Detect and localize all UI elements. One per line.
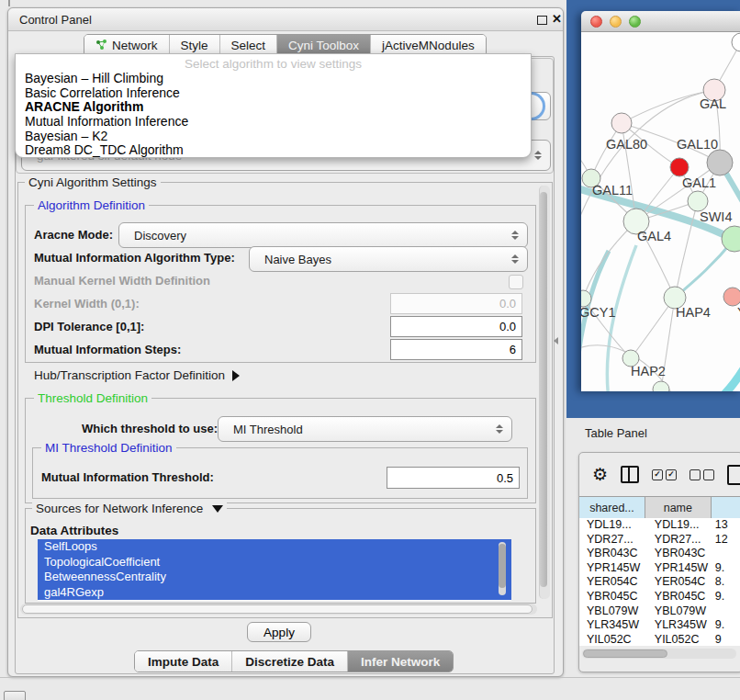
table-cell: YBR043C (645, 547, 712, 561)
aracne-mode-combobox[interactable]: Discovery (118, 222, 528, 248)
mi-steps-label: Mutual Information Steps: (34, 343, 181, 356)
settings-hscrollbar-thumb[interactable] (22, 604, 533, 614)
table-cell: YER054C (645, 575, 712, 590)
network-node[interactable] (723, 288, 740, 306)
table-toolbar: ⚙ ✓✓ (579, 453, 740, 496)
attribute-item-selfloops[interactable]: SelfLoops (38, 539, 511, 555)
table-cell: YBR045C (645, 590, 712, 604)
algorithm-dropdown-popup: Select algorithm to view settings Bayesi… (15, 53, 532, 158)
table-row[interactable]: YDL19...YDL19...13 (579, 518, 740, 533)
table-row[interactable]: YPR145WYPR145W9. (579, 561, 740, 576)
minimize-traffic-light-icon[interactable] (610, 16, 622, 28)
network-canvas[interactable]: GALGAL80GAL10GAL1GAL11SWI4GAL4GCY1HAP4YH… (581, 32, 740, 391)
tab-label: jActiveMNodules (382, 39, 475, 52)
mi-threshold-input[interactable] (387, 467, 520, 489)
network-edge (583, 221, 636, 299)
algorithm-option-mutual-information-inference[interactable]: Mutual Information Inference (16, 115, 531, 130)
table-row[interactable]: YIL052CYIL052C9 (579, 633, 740, 646)
close-icon[interactable]: ✕ (552, 12, 562, 26)
column-header-shared[interactable]: shared... (579, 497, 645, 518)
column-header-name[interactable]: name (645, 497, 712, 518)
network-icon (95, 39, 107, 53)
mi-steps-input[interactable] (390, 339, 522, 360)
columns-icon[interactable] (621, 466, 639, 483)
network-node[interactable] (732, 33, 740, 51)
mi-type-combobox[interactable]: Naive Bayes (249, 246, 528, 272)
control-panel-titlebar: Control Panel ✕ (8, 8, 563, 31)
table-cell: YDL19... (579, 518, 645, 533)
node-label-gcy1: GCY1 (581, 305, 616, 320)
algorithm-option-dream8-dc-tdc-algorithm[interactable]: Dream8 DC_TDC Algorithm (16, 143, 531, 158)
table-cell: YPR145W (645, 561, 712, 576)
attribute-item-topologicalcoefficient[interactable]: TopologicalCoefficient (38, 555, 511, 570)
node-label-gal1: GAL1 (682, 175, 716, 190)
bottom-tab-impute-data[interactable]: Impute Data (135, 651, 231, 672)
network-node[interactable] (611, 113, 632, 133)
network-node[interactable] (688, 191, 708, 211)
data-attributes-list[interactable]: SelfLoopsTopologicalCoefficientBetweenne… (38, 539, 511, 601)
minimized-panel-button[interactable] (4, 691, 26, 700)
list-scrollbar-thumb[interactable] (499, 544, 506, 588)
attribute-item-gal4rgexp[interactable]: gal4RGexp (38, 585, 511, 601)
collapse-down-icon (212, 505, 223, 513)
which-threshold-label: Which threshold to use: (82, 422, 218, 435)
mi-type-label: Mutual Information Algorithm Type: (34, 251, 235, 265)
dpi-tolerance-label: DPI Tolerance [0,1]: (34, 320, 144, 333)
sources-toggle[interactable]: Sources for Network Inference (32, 502, 227, 515)
hub-definition-toggle[interactable]: Hub/Transcription Factor Definition (34, 368, 240, 382)
table-cell: YBL079W (579, 604, 645, 619)
tab-label: Cyni Toolbox (288, 39, 359, 52)
network-node[interactable] (653, 381, 669, 391)
which-threshold-value: MI Threshold (219, 423, 303, 436)
table-cell: YLR345W (645, 618, 712, 633)
network-node[interactable] (722, 226, 740, 252)
table-row[interactable]: YER054CYER054C8. (579, 575, 740, 590)
network-node[interactable] (707, 150, 733, 175)
column-header-2[interactable] (712, 497, 740, 518)
network-node[interactable] (670, 158, 689, 176)
combo-arrows-icon (511, 254, 519, 264)
table-row[interactable]: YBR045CYBR045C9. (579, 590, 740, 604)
popup-placeholder: Select algorithm to view settings (16, 57, 531, 72)
table-cell: YBR043C (579, 547, 645, 561)
table-hscrollbar-thumb[interactable] (583, 649, 667, 658)
manual-kernel-checkbox[interactable] (509, 275, 523, 289)
splitter-handle[interactable] (554, 337, 558, 344)
bottom-tab-discretize-data[interactable]: Discretize Data (231, 651, 347, 672)
tab-label: Style (181, 39, 208, 52)
select-all-checkboxes-icon[interactable]: ✓✓ (652, 469, 677, 480)
settings-group-title: Cyni Algorithm Settings (25, 175, 161, 189)
table-cell: YIL052C (645, 633, 712, 646)
deselect-all-checkboxes-icon[interactable] (690, 469, 714, 480)
gear-icon[interactable]: ⚙ (592, 466, 608, 483)
table-row[interactable]: YLR345WYLR345W9. (579, 618, 740, 633)
which-threshold-combobox[interactable]: MI Threshold (218, 416, 512, 442)
table-row[interactable]: YDR27...YDR27...12 (579, 533, 740, 548)
node-label-gal: GAL (700, 96, 726, 111)
aracne-mode-value: Discovery (119, 229, 186, 243)
algorithm-option-basic-correlation-inference[interactable]: Basic Correlation Inference (16, 86, 531, 101)
close-traffic-light-icon[interactable] (590, 16, 602, 28)
table-cell: 13 (712, 518, 740, 533)
kernel-width-input[interactable] (390, 293, 522, 314)
bottom-tab-infer-network[interactable]: Infer Network (347, 651, 453, 672)
algorithm-option-bayesian-k2[interactable]: Bayesian – K2 (16, 130, 531, 144)
float-window-icon[interactable] (537, 16, 547, 25)
table-row[interactable]: YBR043CYBR043C (579, 547, 740, 561)
algorithm-option-aracne-algorithm[interactable]: ARACNE Algorithm (16, 100, 531, 115)
table-cell: 8. (712, 575, 740, 590)
aracne-mode-label: Aracne Mode: (34, 228, 113, 242)
dpi-tolerance-input[interactable] (390, 316, 522, 337)
zoom-traffic-light-icon[interactable] (629, 16, 641, 28)
node-label-gal80: GAL80 (606, 137, 647, 152)
apply-button[interactable]: Apply (247, 622, 311, 642)
settings-vscrollbar-thumb[interactable] (540, 192, 547, 587)
table-cell: YER054C (579, 575, 645, 590)
algorithm-option-bayesian-hill-climbing[interactable]: Bayesian – Hill Climbing (16, 72, 531, 86)
table-cell: YDR27... (645, 533, 712, 548)
export-table-icon[interactable] (727, 465, 740, 485)
table-row[interactable]: YBL079WYBL079W (579, 604, 740, 619)
attribute-item-betweennesscentrality[interactable]: BetweennessCentrality (38, 570, 511, 585)
table-body: YDL19...YDL19...13YDR27...YDR27...12YBR0… (579, 518, 740, 646)
node-label-hap2: HAP2 (631, 364, 666, 378)
